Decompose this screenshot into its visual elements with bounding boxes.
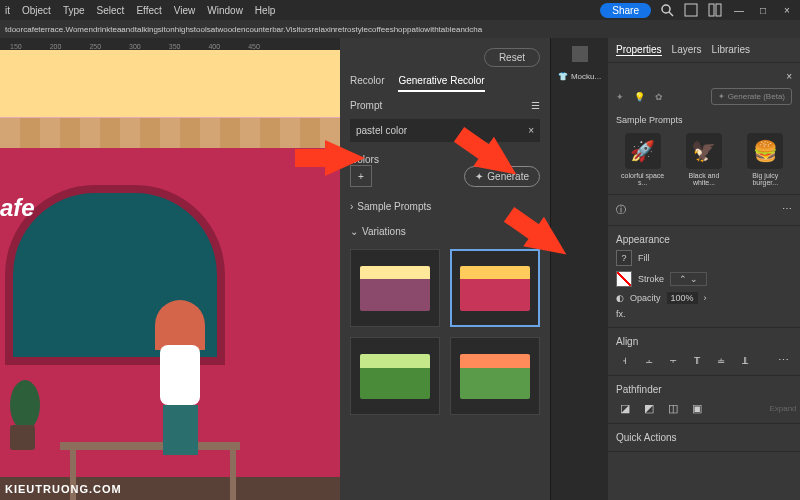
pathfinder-unite-icon[interactable]: ◪ [616,401,634,415]
variation-2[interactable] [450,249,540,327]
svg-rect-5 [572,46,588,62]
prompt-value: pastel color [356,125,407,136]
properties-panel: Properties Layers Libraries × ✦ 💡 ✿ ✦ Ge… [608,38,800,500]
sample-bird[interactable]: 🦅 Black and white... [677,133,730,186]
panel-close-icon[interactable]: × [786,71,792,82]
burger-icon: 🍔 [747,133,783,169]
tab-libraries[interactable]: Libraries [712,44,750,56]
rocket-icon: 🚀 [625,133,661,169]
cafe-sign-text: afe [0,194,35,222]
tab-recolor[interactable]: Recolor [350,75,384,92]
tab-generative-recolor[interactable]: Generative Recolor [398,75,484,92]
align-label: Align [616,336,792,347]
menu-edit[interactable]: it [5,5,10,16]
menu-window[interactable]: Window [207,5,243,16]
variation-3[interactable] [350,337,440,415]
pathfinder-minus-icon[interactable]: ◩ [640,401,658,415]
collapsed-panels: 👕 Mocku... [550,38,608,500]
watermark: KIEUTRUONG.COM [5,483,122,495]
fill-swatch[interactable]: ? [616,250,632,266]
bird-icon: 🦅 [686,133,722,169]
prompt-menu-icon[interactable]: ☰ [531,100,540,111]
ruler-horizontal: 150200250300350400450 [0,38,340,50]
swatches-icon[interactable] [572,46,588,62]
info-icon[interactable]: ⓘ [616,203,626,217]
appearance-label: Appearance [616,234,792,245]
variations-grid [350,249,540,415]
svg-line-1 [669,12,673,16]
tab-properties[interactable]: Properties [616,44,662,56]
share-button[interactable]: Share [600,3,651,18]
svg-rect-2 [685,4,697,16]
stroke-label: Stroke [638,274,664,284]
minimize-icon[interactable]: — [731,2,747,18]
prompt-label: Prompt [350,100,382,111]
generate-beta-button[interactable]: ✦ Generate (Beta) [711,88,792,105]
arrange-icon[interactable] [683,2,699,18]
menu-effect[interactable]: Effect [136,5,161,16]
tab-layers[interactable]: Layers [672,44,702,56]
sample-prompts-label: Sample Prompts [616,115,792,125]
menu-view[interactable]: View [174,5,196,16]
opacity-label: Opacity [630,293,661,303]
quick-actions-label: Quick Actions [616,432,792,443]
gear-icon[interactable]: ✿ [655,92,663,102]
lightbulb-icon[interactable]: 💡 [634,92,645,102]
chevron-down-icon: ⌄ [350,226,358,237]
prompt-input[interactable]: pastel color × [350,119,540,142]
menu-help[interactable]: Help [255,5,276,16]
pathfinder-exclude-icon[interactable]: ▣ [688,401,706,415]
mockup-panel-tab[interactable]: 👕 Mocku... [558,72,601,81]
sample-burger[interactable]: 🍔 Big juicy burger... [739,133,792,186]
canvas[interactable]: 150200250300350400450 afe KIEUTRUONG.COM [0,38,340,500]
recolor-panel: Reset Recolor Generative Recolor Prompt … [340,38,550,500]
artwork[interactable]: afe KIEUTRUONG.COM [0,50,340,500]
document-filename: tdoorcafeterrace.Womendrinkteaandtalking… [5,25,482,34]
layout-icon[interactable] [707,2,723,18]
align-left-icon[interactable]: ⫞ [616,353,634,367]
stroke-weight-stepper[interactable]: ⌃ ⌄ [670,272,707,286]
menu-type[interactable]: Type [63,5,85,16]
menu-select[interactable]: Select [97,5,125,16]
menu-object[interactable]: Object [22,5,51,16]
align-right-icon[interactable]: ⫟ [664,353,682,367]
pathfinder-label: Pathfinder [616,384,792,395]
align-hcenter-icon[interactable]: ⫠ [640,353,658,367]
svg-rect-3 [709,4,714,16]
align-vcenter-icon[interactable]: ⫨ [712,353,730,367]
fx-label[interactable]: fx. [616,309,626,319]
annotation-arrow [325,140,365,176]
svg-point-0 [662,5,670,13]
expand-button[interactable]: Expand [774,401,792,415]
fill-label: Fill [638,253,650,263]
menubar: it Object Type Select Effect View Window… [0,0,800,20]
opacity-icon: ◐ [616,293,624,303]
sample-rocket[interactable]: 🚀 colorful space s... [616,133,669,186]
align-top-icon[interactable]: ⫪ [688,353,706,367]
wand-icon[interactable]: ✦ [616,92,624,102]
pathfinder-intersect-icon[interactable]: ◫ [664,401,682,415]
chevron-right-icon: › [350,201,353,212]
more-icon[interactable]: ⋯ [782,203,792,217]
reset-button[interactable]: Reset [484,48,540,67]
sparkle-icon: ✦ [718,92,725,101]
tshirt-icon: 👕 [558,72,568,81]
stroke-swatch[interactable] [616,271,632,287]
opacity-chevron-icon[interactable]: › [704,293,707,303]
maximize-icon[interactable]: □ [755,2,771,18]
variation-1[interactable] [350,249,440,327]
align-more-icon[interactable]: ⋯ [774,353,792,367]
variation-4[interactable] [450,337,540,415]
close-icon[interactable]: × [779,2,795,18]
search-icon[interactable] [659,2,675,18]
recolor-tabs: Recolor Generative Recolor [350,75,540,92]
document-tab[interactable]: tdoorcafeterrace.Womendrinkteaandtalking… [0,20,800,38]
opacity-input[interactable]: 100% [667,292,698,304]
align-bottom-icon[interactable]: ⫫ [736,353,754,367]
clear-prompt-icon[interactable]: × [528,125,534,136]
svg-rect-4 [716,4,721,16]
